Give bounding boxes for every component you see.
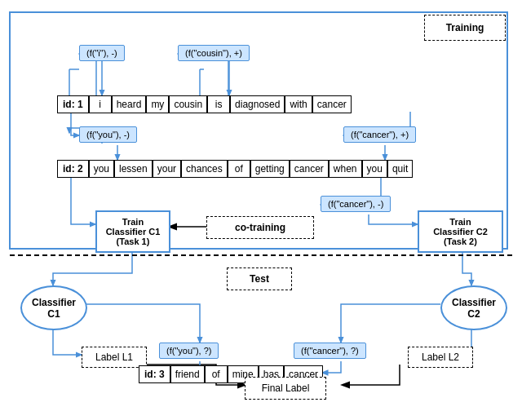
cotraining-label: co-training — [235, 222, 285, 233]
train-classifier-c2: Train Classifier C2 (Task 2) — [418, 210, 503, 253]
train-c2-label: Train Classifier C2 (Task 2) — [433, 217, 488, 246]
sentence-2-id: id: 2 — [57, 160, 89, 178]
word-chances: chances — [181, 160, 228, 178]
classifier-c1: Classifier C1 — [20, 285, 87, 330]
func-cancer-neg: (f("cancer"), -) — [321, 196, 391, 212]
diagram: Training (f("i"), -) (f("cousin"), +) id… — [0, 0, 522, 420]
word-friend: friend — [170, 365, 205, 383]
label-l2-box: Label L2 — [408, 347, 473, 368]
train-classifier-c1: Train Classifier C1 (Task 1) — [95, 210, 170, 253]
word-you-3: you — [362, 160, 387, 178]
word-quit: quit — [387, 160, 413, 178]
word-when: when — [329, 160, 362, 178]
c2-label: Classifier C2 — [452, 297, 496, 320]
func-you-q: (f("you"), ?) — [159, 343, 219, 359]
classifier-c2: Classifier C2 — [440, 285, 507, 330]
word-cancer-2: cancer — [290, 160, 329, 178]
word-is: is — [207, 95, 230, 113]
label-l2-text: Label L2 — [422, 351, 459, 363]
final-label-text: Final Label — [262, 382, 310, 394]
word-cancer-1: cancer — [312, 95, 352, 113]
func-cancer-q: (f("cancer"), ?) — [294, 343, 366, 359]
test-text: Test — [250, 273, 269, 285]
sentence-1-row: id: 1 i heard my cousin is diagnosed wit… — [57, 95, 352, 113]
label-l1-box: Label L1 — [82, 347, 147, 368]
word-lessen: lessen — [114, 160, 153, 178]
func-cousin-pos: (f("cousin"), +) — [178, 45, 250, 61]
c1-label: Classifier C1 — [32, 297, 76, 320]
word-i: i — [89, 95, 112, 113]
sentence-2-row: id: 2 you lessen your chances of getting… — [57, 160, 413, 178]
word-getting: getting — [250, 160, 290, 178]
training-label-box: Training — [424, 15, 506, 41]
cotraining-box: co-training — [206, 216, 314, 239]
final-label-box: Final Label — [245, 377, 326, 400]
training-text: Training — [446, 22, 484, 33]
word-of-2: of — [228, 160, 250, 178]
sentence-3-id: id: 3 — [139, 365, 170, 383]
word-with: with — [285, 95, 312, 113]
sentence-1-id: id: 1 — [57, 95, 89, 113]
func-i-neg: (f("i"), -) — [79, 45, 125, 61]
word-of-3: of — [205, 365, 228, 383]
word-diagnosed: diagnosed — [230, 95, 285, 113]
func-you-neg: (f("you"), -) — [79, 126, 137, 143]
word-cousin: cousin — [169, 95, 207, 113]
word-heard: heard — [112, 95, 147, 113]
label-l1-text: Label L1 — [95, 351, 133, 363]
word-my: my — [146, 95, 169, 113]
word-your: your — [153, 160, 181, 178]
test-label-box: Test — [227, 267, 292, 290]
train-c1-label: Train Classifier C1 (Task 1) — [106, 217, 161, 246]
func-cancer-pos: (f("cancer"), +) — [343, 126, 416, 143]
section-divider — [10, 254, 512, 256]
word-you-2: you — [89, 160, 114, 178]
